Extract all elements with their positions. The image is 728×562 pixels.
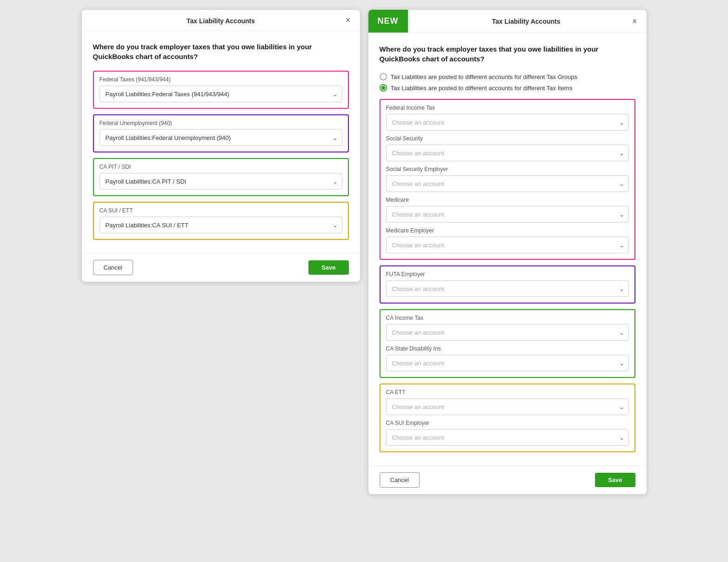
right-select-wrapper-0-2: Choose an account ⌄	[386, 175, 629, 192]
right-select-3-0[interactable]: Choose an account	[386, 398, 629, 415]
radio-circle-option_groups	[380, 73, 387, 80]
right-close-button[interactable]: ×	[630, 15, 639, 27]
right-save-button[interactable]: Save	[595, 473, 635, 487]
left-select-wrapper-federal_taxes: Payroll Liabilities:Federal Taxes (941/9…	[100, 86, 342, 102]
left-dialog-footer: Cancel Save	[82, 253, 360, 282]
left-field-label-ca_sui_ett: CA SUI / ETT	[100, 207, 342, 214]
radio-option-option_groups[interactable]: Tax Liabilities are posted to different …	[380, 73, 635, 80]
right-dialog-title: Tax Liability Accounts	[415, 18, 637, 25]
right-cancel-button[interactable]: Cancel	[380, 472, 420, 488]
right-dialog-header: NEW Tax Liability Accounts ×	[368, 10, 647, 33]
left-select-federal_unemployment[interactable]: Payroll Liabilities:Federal Unemployment…	[100, 129, 342, 146]
right-field-item-0-1: Social Security Choose an account ⌄	[386, 135, 629, 161]
left-field-label-federal_taxes: Federal Taxes (941/943/944)	[100, 76, 342, 83]
radio-option-option_items[interactable]: Tax Liabilities are posted to different …	[380, 84, 635, 92]
left-field-group-ca_pit_sdi: CA PIT / SDI Payroll Liabilities:CA PIT …	[93, 158, 349, 196]
right-field-label-2-1: CA State Disability Ins	[386, 345, 629, 352]
left-field-group-ca_sui_ett: CA SUI / ETT Payroll Liabilities:CA SUI …	[93, 202, 349, 240]
right-field-item-0-4: Medicare Employer Choose an account ⌄	[386, 227, 629, 253]
right-field-label-0-1: Social Security	[386, 135, 629, 142]
right-dialog-body: Where do you track employer taxes that y…	[368, 33, 647, 465]
right-select-wrapper-3-1: Choose an account ⌄	[386, 429, 629, 446]
right-select-0-1[interactable]: Choose an account	[386, 145, 629, 161]
right-select-wrapper-0-0: Choose an account ⌄	[386, 114, 629, 131]
right-select-2-0[interactable]: Choose an account	[386, 324, 629, 341]
right-field-item-1-0: FUTA Employer Choose an account ⌄	[386, 271, 629, 297]
right-dialog: NEW Tax Liability Accounts × Where do yo…	[368, 9, 647, 495]
right-field-item-2-0: CA Income Tax Choose an account ⌄	[386, 315, 629, 341]
left-cancel-button[interactable]: Cancel	[93, 260, 133, 275]
new-badge: NEW	[368, 10, 408, 33]
right-dialog-question: Where do you track employer taxes that y…	[380, 44, 635, 64]
right-select-3-1[interactable]: Choose an account	[386, 429, 629, 446]
right-select-wrapper-2-0: Choose an account ⌄	[386, 324, 629, 341]
left-dialog: Tax Liability Accounts × Where do you tr…	[81, 9, 361, 282]
right-field-label-0-2: Social Security Employer	[386, 166, 629, 172]
right-field-label-3-0: CA ETT	[386, 389, 629, 396]
right-field-item-0-2: Social Security Employer Choose an accou…	[386, 166, 629, 192]
right-select-0-0[interactable]: Choose an account	[386, 114, 629, 131]
left-select-federal_taxes[interactable]: Payroll Liabilities:Federal Taxes (941/9…	[100, 86, 342, 102]
left-field-label-ca_pit_sdi: CA PIT / SDI	[100, 164, 342, 170]
left-select-wrapper-ca_sui_ett: Payroll Liabilities:CA SUI / ETT ⌄	[100, 217, 342, 233]
right-section-3: CA ETT Choose an account ⌄ CA SUI Employ…	[380, 383, 635, 452]
right-select-1-0[interactable]: Choose an account	[386, 280, 629, 297]
left-close-button[interactable]: ×	[344, 14, 353, 26]
right-field-label-0-4: Medicare Employer	[386, 227, 629, 234]
right-select-wrapper-0-3: Choose an account ⌄	[386, 206, 629, 223]
right-section-0: Federal Income Tax Choose an account ⌄ S…	[380, 99, 635, 260]
right-field-label-3-1: CA SUI Employer	[386, 420, 629, 426]
right-field-label-1-0: FUTA Employer	[386, 271, 629, 278]
left-select-ca_pit_sdi[interactable]: Payroll Liabilities:CA PIT / SDI	[100, 173, 342, 190]
right-field-item-0-0: Federal Income Tax Choose an account ⌄	[386, 105, 629, 131]
left-field-group-federal_taxes: Federal Taxes (941/943/944) Payroll Liab…	[93, 71, 349, 109]
right-select-wrapper-0-4: Choose an account ⌄	[386, 237, 629, 253]
left-dialog-header: Tax Liability Accounts ×	[82, 10, 360, 31]
left-select-wrapper-ca_pit_sdi: Payroll Liabilities:CA PIT / SDI ⌄	[100, 173, 342, 190]
right-field-item-3-1: CA SUI Employer Choose an account ⌄	[386, 420, 629, 446]
right-section-2: CA Income Tax Choose an account ⌄ CA Sta…	[380, 309, 635, 378]
right-select-wrapper-0-1: Choose an account ⌄	[386, 145, 629, 161]
left-dialog-question: Where do you track employer taxes that y…	[93, 42, 349, 61]
left-dialog-title: Tax Liability Accounts	[91, 17, 351, 25]
right-field-item-3-0: CA ETT Choose an account ⌄	[386, 389, 629, 415]
right-field-item-2-1: CA State Disability Ins Choose an accoun…	[386, 345, 629, 371]
radio-label-option_items: Tax Liabilities are posted to different …	[391, 85, 573, 92]
right-field-item-0-3: Medicare Choose an account ⌄	[386, 197, 629, 223]
right-select-0-4[interactable]: Choose an account	[386, 237, 629, 253]
right-select-2-1[interactable]: Choose an account	[386, 355, 629, 371]
right-field-label-2-0: CA Income Tax	[386, 315, 629, 321]
radio-circle-option_items	[380, 84, 387, 92]
right-select-0-2[interactable]: Choose an account	[386, 175, 629, 192]
right-dialog-footer: Cancel Save	[368, 465, 647, 494]
left-select-wrapper-federal_unemployment: Payroll Liabilities:Federal Unemployment…	[100, 129, 342, 146]
left-dialog-body: Where do you track employer taxes that y…	[82, 31, 360, 253]
left-select-ca_sui_ett[interactable]: Payroll Liabilities:CA SUI / ETT	[100, 217, 342, 233]
radio-group: Tax Liabilities are posted to different …	[380, 73, 635, 92]
left-field-label-federal_unemployment: Federal Unemployment (940)	[100, 120, 342, 126]
right-select-wrapper-1-0: Choose an account ⌄	[386, 280, 629, 297]
left-save-button[interactable]: Save	[308, 260, 348, 275]
right-select-0-3[interactable]: Choose an account	[386, 206, 629, 223]
radio-label-option_groups: Tax Liabilities are posted to different …	[391, 73, 578, 80]
right-field-label-0-3: Medicare	[386, 197, 629, 203]
left-field-group-federal_unemployment: Federal Unemployment (940) Payroll Liabi…	[93, 114, 349, 152]
right-select-wrapper-3-0: Choose an account ⌄	[386, 398, 629, 415]
right-field-label-0-0: Federal Income Tax	[386, 105, 629, 111]
right-select-wrapper-2-1: Choose an account ⌄	[386, 355, 629, 371]
right-section-1: FUTA Employer Choose an account ⌄	[380, 265, 635, 304]
